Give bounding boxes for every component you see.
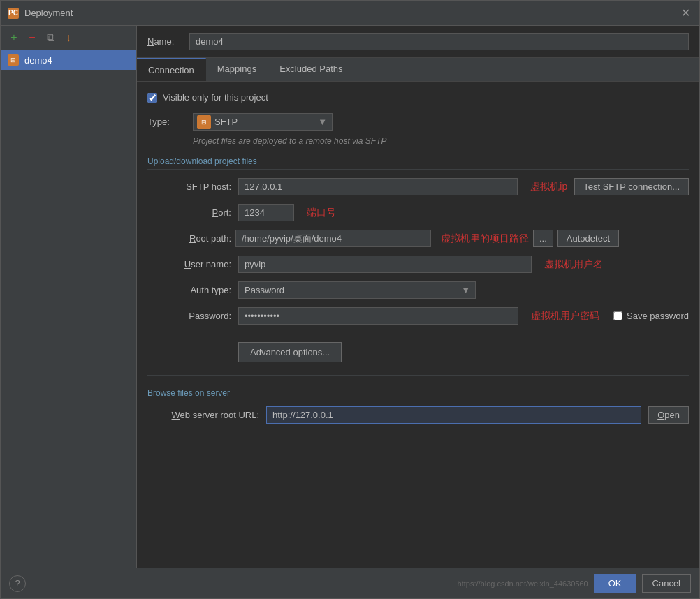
- bottom-right: https://blog.csdn.net/weixin_44630560 OK…: [458, 574, 691, 593]
- copy-button[interactable]: ⧉: [43, 30, 58, 45]
- sftp-icon: ⊟: [197, 115, 211, 129]
- port-row: Port: 端口号: [147, 204, 689, 221]
- sidebar-item-demo4[interactable]: ⊟ demo4: [1, 50, 136, 70]
- web-url-label: Web server root URL:: [147, 410, 259, 420]
- root-path-row: Root path: 虚拟机里的项目路径 ... Autodetect: [147, 230, 689, 247]
- bottom-bar: ? https://blog.csdn.net/weixin_44630560 …: [1, 568, 699, 598]
- url-hint: https://blog.csdn.net/weixin_44630560: [458, 579, 588, 588]
- help-button[interactable]: ?: [9, 575, 26, 592]
- type-label: Type:: [147, 117, 186, 127]
- auth-type-label: Auth type:: [147, 285, 231, 295]
- user-name-input[interactable]: [238, 256, 532, 273]
- password-label: Password:: [147, 311, 231, 321]
- type-select-arrow-icon: ▼: [318, 117, 327, 127]
- port-annotation: 端口号: [307, 207, 336, 219]
- save-password-label: Save password: [627, 311, 689, 321]
- name-row: Name:: [137, 26, 699, 58]
- password-input[interactable]: [238, 307, 518, 325]
- connection-panel: Visible only for this project Type: ⊟ SF…: [137, 82, 699, 568]
- tab-mappings[interactable]: Mappings: [206, 58, 268, 81]
- autodetect-button[interactable]: Autodetect: [557, 230, 619, 247]
- sftp-host-label: SFTP host:: [147, 182, 231, 192]
- deployment-window: PC Deployment ✕ + − ⧉ ↓ ⊟ demo4 Name:: [0, 0, 700, 599]
- tab-bar: Connection Mappings Excluded Paths: [137, 58, 699, 82]
- app-icon: PC: [8, 8, 19, 19]
- ok-button[interactable]: OK: [594, 574, 636, 593]
- password-annotation: 虚拟机用户密码: [531, 310, 599, 323]
- close-button[interactable]: ✕: [678, 6, 692, 20]
- save-password-checkbox[interactable]: [613, 311, 622, 320]
- user-name-annotation: 虚拟机用户名: [544, 258, 603, 271]
- auth-type-select[interactable]: Password Key pair: [238, 281, 476, 299]
- title-bar-left: PC Deployment: [8, 8, 73, 19]
- auth-type-row: Auth type: Password Key pair ▼: [147, 281, 689, 299]
- browse-section-title: Browse files on server: [147, 388, 689, 398]
- auth-select-wrapper: Password Key pair ▼: [238, 281, 476, 299]
- password-row: Password: 虚拟机用户密码 Save password: [147, 307, 689, 325]
- user-name-label: User name:: [147, 259, 231, 269]
- name-input[interactable]: [189, 33, 689, 50]
- visible-only-label: Visible only for this project: [163, 92, 268, 103]
- window-title: Deployment: [24, 8, 73, 18]
- sidebar-toolbar: + − ⧉ ↓: [1, 26, 136, 50]
- root-path-input[interactable]: [235, 230, 431, 247]
- open-button[interactable]: Open: [648, 406, 689, 424]
- port-input[interactable]: [238, 204, 294, 221]
- web-url-input[interactable]: [266, 406, 641, 424]
- add-button[interactable]: +: [6, 30, 22, 45]
- name-label: Name:: [147, 36, 182, 47]
- type-select[interactable]: SFTP FTP Local: [193, 113, 333, 131]
- user-name-row: User name: 虚拟机用户名: [147, 256, 689, 273]
- root-path-browse-button[interactable]: ...: [533, 230, 553, 247]
- title-bar: PC Deployment ✕: [1, 1, 699, 26]
- tab-excluded-paths[interactable]: Excluded Paths: [268, 58, 354, 81]
- sftp-host-annotation: 虚拟机ip: [530, 181, 567, 193]
- visible-checkbox-row: Visible only for this project: [147, 92, 689, 103]
- save-password-checkbox-wrapper: Save password: [613, 311, 689, 321]
- test-sftp-button[interactable]: Test SFTP connection...: [574, 178, 689, 195]
- tab-connection[interactable]: Connection: [137, 58, 206, 81]
- root-path-annotation: 虚拟机里的项目路径: [441, 232, 529, 245]
- cancel-button[interactable]: Cancel: [642, 574, 691, 593]
- download-button[interactable]: ↓: [61, 30, 76, 45]
- sidebar: + − ⧉ ↓ ⊟ demo4: [1, 26, 137, 568]
- web-url-row: Web server root URL: Open: [147, 406, 689, 424]
- advanced-options-button[interactable]: Advanced options...: [238, 342, 342, 362]
- right-panel: Name: Connection Mappings Excluded Paths…: [137, 26, 699, 568]
- divider: [147, 375, 689, 376]
- root-path-label: Root path:: [147, 233, 231, 244]
- sftp-host-input[interactable]: [238, 178, 518, 195]
- advanced-options-row: Advanced options...: [238, 335, 689, 362]
- deployment-item-icon: ⊟: [8, 54, 19, 66]
- upload-section-title: Upload/download project files: [147, 156, 689, 170]
- visible-only-checkbox[interactable]: [147, 93, 157, 103]
- type-row: Type: ⊟ SFTP FTP Local ▼: [147, 113, 689, 131]
- port-label: Port:: [147, 207, 231, 218]
- type-hint: Project files are deployed to a remote h…: [193, 136, 689, 146]
- sftp-host-row: SFTP host: 虚拟机ip Test SFTP connection...: [147, 178, 689, 195]
- remove-button[interactable]: −: [24, 30, 40, 45]
- sidebar-item-label: demo4: [24, 55, 52, 66]
- type-select-wrapper: ⊟ SFTP FTP Local ▼: [193, 113, 333, 131]
- main-content: + − ⧉ ↓ ⊟ demo4 Name: Connection Mapping…: [1, 26, 699, 568]
